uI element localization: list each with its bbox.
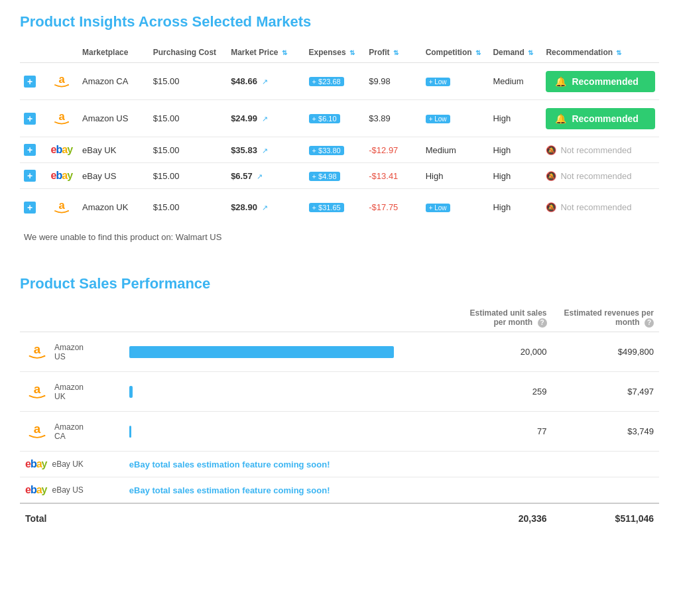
amazon-logo-icon: a bbox=[51, 70, 74, 93]
external-link-icon[interactable]: ↗ bbox=[262, 78, 268, 86]
competition-low-badge: + Low bbox=[426, 115, 450, 123]
coming-soon-cell[interactable]: eBay total sales estimation feature comi… bbox=[124, 452, 453, 477]
marketplace-name-line1: Amazon bbox=[54, 383, 84, 392]
perf-logo-name-wrapper: ebay eBay UK bbox=[25, 458, 105, 470]
perf-col-revenue: Estimated revenues per month ? bbox=[552, 304, 659, 332]
market-price: $35.83 ↗ bbox=[227, 137, 304, 163]
not-recommended-badge: 🔕 Not recommended bbox=[546, 145, 655, 155]
ebay-logo-icon: ebay bbox=[25, 484, 47, 496]
expand-cell[interactable]: + bbox=[20, 63, 47, 100]
logo-cell: a bbox=[47, 100, 78, 137]
expand-cell[interactable]: + bbox=[20, 100, 47, 137]
units-cell bbox=[453, 477, 552, 504]
expand-button[interactable]: + bbox=[24, 202, 36, 214]
table-row: + a Amazon CA $15.00 $48.66 ↗ + $23.68 $… bbox=[20, 63, 659, 100]
market-price-sort-icon[interactable]: ⇅ bbox=[282, 49, 287, 56]
marketplace-name-line1: Amazon bbox=[54, 422, 84, 432]
recommendation-badge: 🔔 Recommended bbox=[546, 108, 655, 129]
revenue-cell: $7,497 bbox=[552, 372, 659, 412]
revenue-cell: $3,749 bbox=[552, 412, 659, 452]
svg-text:a: a bbox=[34, 382, 41, 396]
perf-logo-name-wrapper: a AmazonUS bbox=[25, 339, 105, 365]
bell-off-icon: 🔕 bbox=[546, 202, 556, 212]
ebay-logo-icon: ebay bbox=[51, 144, 74, 156]
perf-col-units: Estimated unit sales per month ? bbox=[453, 304, 552, 332]
logo-cell: a bbox=[47, 189, 78, 226]
col-header-competition: Competition ⇅ bbox=[422, 42, 489, 63]
expense-badge: + $4.98 bbox=[309, 172, 340, 181]
profit: -$13.41 bbox=[365, 163, 421, 189]
revenue-cell bbox=[552, 452, 659, 477]
list-item: a AmazonUS 20,000 $499,800 bbox=[20, 332, 659, 372]
external-link-icon[interactable]: ↗ bbox=[262, 115, 268, 123]
units-help-icon[interactable]: ? bbox=[538, 318, 547, 328]
profit-sort-icon[interactable]: ⇅ bbox=[393, 49, 399, 56]
ebay-logo-icon: ebay bbox=[25, 484, 47, 495]
recommendation-label: Not recommended bbox=[560, 145, 631, 155]
marketplace-name: Amazon CA bbox=[78, 63, 149, 100]
purchasing-cost: $15.00 bbox=[149, 63, 227, 100]
marketplace-name: Amazon UK bbox=[78, 189, 149, 226]
table-row: + ebay eBay US $15.00 $6.57 ↗ + $4.98 -$… bbox=[20, 163, 659, 189]
marketplace-name-line1: Amazon bbox=[54, 343, 84, 352]
market-price-value: $35.83 bbox=[231, 145, 257, 155]
bell-off-icon: 🔕 bbox=[546, 145, 556, 155]
col-header-market-price: Market Price ⇅ bbox=[227, 42, 304, 63]
market-price-value: $6.57 bbox=[231, 171, 253, 181]
total-revenue: $511,046 bbox=[552, 503, 659, 533]
external-link-icon[interactable]: ↗ bbox=[257, 172, 263, 180]
revenue-cell: $499,800 bbox=[552, 332, 659, 372]
profit: $9.98 bbox=[365, 63, 421, 100]
amazon-logo-icon: a bbox=[25, 379, 49, 404]
expand-cell[interactable]: + bbox=[20, 137, 47, 163]
competition-sort-icon[interactable]: ⇅ bbox=[475, 49, 481, 56]
demand-sort-icon[interactable]: ⇅ bbox=[528, 49, 533, 56]
amazon-logo-icon: a bbox=[25, 418, 49, 444]
perf-logo-cell: a AmazonUK bbox=[20, 372, 124, 412]
sales-bar bbox=[129, 346, 394, 358]
market-price: $6.57 ↗ bbox=[227, 163, 304, 189]
amazon-logo-icon: a bbox=[25, 339, 49, 365]
perf-marketplace-name: AmazonCA bbox=[54, 422, 84, 441]
expense-badge: + $23.68 bbox=[309, 77, 344, 86]
svg-text:a: a bbox=[58, 199, 65, 212]
external-link-icon[interactable]: ↗ bbox=[262, 204, 268, 212]
expand-cell[interactable]: + bbox=[20, 189, 47, 226]
revenue-help-icon[interactable]: ? bbox=[645, 318, 654, 328]
ebay-logo-icon: ebay bbox=[25, 458, 47, 470]
demand: High bbox=[489, 163, 542, 189]
perf-logo-cell: a AmazonUS bbox=[20, 332, 124, 372]
units-cell: 259 bbox=[453, 372, 552, 412]
recommendation-sort-icon[interactable]: ⇅ bbox=[616, 49, 621, 56]
col-header-marketplace: Marketplace bbox=[78, 42, 149, 63]
demand: High bbox=[489, 189, 542, 226]
expand-cell[interactable]: + bbox=[20, 163, 47, 189]
coming-soon-text[interactable]: eBay total sales estimation feature comi… bbox=[129, 460, 330, 469]
expand-button[interactable]: + bbox=[24, 170, 36, 182]
purchasing-cost: $15.00 bbox=[149, 137, 227, 163]
coming-soon-text[interactable]: eBay total sales estimation feature comi… bbox=[129, 485, 330, 495]
performance-table: Estimated unit sales per month ? Estimat… bbox=[20, 304, 659, 533]
recommendation-label: Recommended bbox=[572, 76, 638, 87]
col-header-plus bbox=[20, 42, 47, 63]
ebay-logo-icon: ebay bbox=[51, 170, 74, 182]
profit: -$12.97 bbox=[365, 137, 421, 163]
col-header-purchasing: Purchasing Cost bbox=[149, 42, 227, 63]
external-link-icon[interactable]: ↗ bbox=[262, 147, 268, 154]
col-header-recommendation: Recommendation ⇅ bbox=[542, 42, 659, 63]
coming-soon-cell[interactable]: eBay total sales estimation feature comi… bbox=[124, 477, 453, 504]
expand-button[interactable]: + bbox=[24, 113, 36, 125]
expenses: + $33.80 bbox=[305, 137, 365, 163]
units-cell bbox=[453, 452, 552, 477]
total-bar bbox=[124, 503, 453, 533]
amazon-logo-icon: a bbox=[51, 196, 74, 219]
insights-table: Marketplace Purchasing Cost Market Price… bbox=[20, 42, 659, 249]
sales-bar bbox=[129, 386, 133, 398]
total-label: Total bbox=[20, 503, 124, 533]
expenses-sort-icon[interactable]: ⇅ bbox=[349, 49, 355, 56]
amazon-logo-icon: a bbox=[51, 107, 74, 130]
expenses: + $23.68 bbox=[305, 63, 365, 100]
expand-button[interactable]: + bbox=[24, 76, 36, 88]
ebay-logo-icon: ebay bbox=[51, 144, 73, 155]
expand-button[interactable]: + bbox=[24, 144, 36, 156]
